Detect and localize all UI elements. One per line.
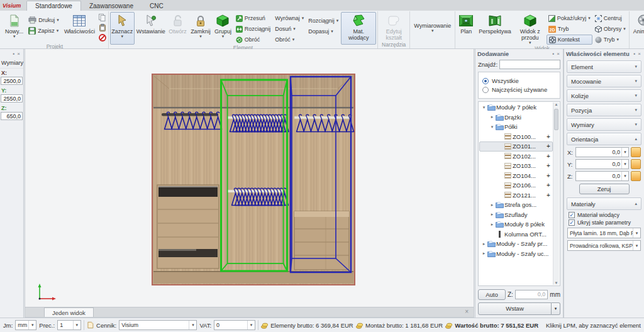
perspective-view-button[interactable]: Perspektywa [476, 12, 514, 45]
z-dim-field[interactable]: 650,0 [1, 112, 23, 120]
auto-button[interactable]: Auto [478, 289, 506, 300]
pin-icon[interactable]: ▪ [551, 51, 555, 57]
expander-icon[interactable]: ▾ [489, 124, 495, 130]
expander-icon[interactable]: ▸ [489, 114, 495, 119]
group-button[interactable]: Grupuj▾ [213, 12, 233, 45]
section-mocowanie[interactable]: Mocowanie▾ [567, 75, 641, 87]
tree-item[interactable]: ZO100...+ [479, 132, 553, 142]
add-item-icon[interactable]: + [545, 153, 552, 160]
section-wymiary[interactable]: Wymiary▾ [567, 118, 641, 131]
reset-button[interactable]: Zeruj [579, 184, 630, 194]
tree-item[interactable]: ZO102...+ [479, 152, 553, 162]
close-icon[interactable]: × [555, 51, 561, 57]
rotate-menu-button[interactable]: Obróć▾ [273, 35, 306, 45]
expander-icon[interactable]: ▸ [481, 241, 487, 246]
tree-item[interactable]: ▸Moduły - Szafy uc... [479, 249, 553, 259]
add-item-icon[interactable]: + [545, 162, 552, 169]
section-materialy[interactable]: Materiały▴ [567, 197, 641, 210]
leading-material-checkbox-row[interactable]: ✓ Materiał wiodący [569, 212, 640, 218]
render-mode-button[interactable]: Tryb▾ [593, 35, 628, 45]
tab-zaawansowane[interactable]: Zaawansowane [81, 1, 142, 11]
rotate-button[interactable]: Obróć [234, 35, 273, 45]
tab-cnc[interactable]: CNC [142, 1, 172, 11]
copy-button[interactable] [99, 13, 106, 22]
expander-icon[interactable]: ▸ [481, 251, 487, 256]
insert-dropdown-button[interactable]: ▾ [552, 302, 560, 315]
tree-scrollbar[interactable]: ▲▼ [553, 102, 559, 285]
tree-item[interactable]: ▸Szuflady [479, 210, 553, 220]
view-close-icon[interactable]: × [460, 307, 474, 317]
tree-item[interactable]: ZO121...+ [479, 191, 553, 201]
radio-most-used[interactable]: Najczęściej używane [482, 86, 556, 93]
viewport-3d[interactable] [25, 49, 474, 307]
board-material-dropdown[interactable]: Płyta lamin. 18 mm, Dąb Pradaw▾ [567, 228, 641, 238]
z-offset-input[interactable]: 0,0 [515, 290, 548, 299]
section-orientacja[interactable]: Orientacja▴ [567, 133, 641, 145]
x-rotation-combo[interactable]: 0,0▾ [575, 147, 629, 157]
precision-combo[interactable]: 1▾ [57, 320, 81, 330]
add-item-icon[interactable]: + [545, 143, 552, 150]
section-element[interactable]: Element▾ [567, 60, 641, 73]
section-kolizje[interactable]: Kolizje▾ [567, 89, 641, 102]
x-dim-field[interactable]: 2500,0 [1, 77, 23, 85]
tab-standardowe[interactable]: Standardowe [26, 1, 81, 11]
vat-combo[interactable]: 0▾ [214, 320, 255, 330]
animation-button[interactable]: Animacja [631, 12, 644, 42]
leading-material-button[interactable]: Mat. wiodący [341, 12, 376, 45]
tree-item[interactable]: ZO101...+ [479, 141, 553, 152]
expander-icon[interactable]: ▸ [489, 202, 495, 208]
tree-item[interactable]: ZO103...+ [479, 161, 553, 171]
close-icon[interactable]: × [16, 51, 21, 57]
tree-item[interactable]: ▸Moduły - Szafy pr... [479, 239, 553, 249]
tree-item[interactable]: ▸Strefa gos... [479, 200, 553, 210]
close-icon[interactable]: × [636, 51, 642, 57]
properties-button[interactable]: Właściwości [62, 12, 97, 43]
slide-material-dropdown[interactable]: Prowadnica rolkowa, KSP=12.5,▾ [567, 240, 641, 251]
tree-item[interactable]: ▸Drążki [479, 113, 553, 123]
align-button[interactable]: Wyrównaj▾ [273, 13, 306, 23]
y-rotation-combo[interactable]: 0,0▾ [575, 159, 629, 169]
hide-fixed-params-checkbox-row[interactable]: ✓ Ukryj stałe parametry [569, 219, 640, 226]
paste-button[interactable] [99, 23, 106, 32]
mode-2d-button[interactable]: 2D Tryb [547, 24, 592, 34]
tree-item[interactable]: ▾Moduły 7 półek [479, 102, 553, 113]
tree-item[interactable]: ▸Moduły 8 półek [479, 219, 553, 230]
pricelist-combo[interactable]: Visium▾ [119, 320, 197, 330]
new-button[interactable]: Nowy...▾ [3, 12, 26, 43]
show-hide-button[interactable]: Pokaż/ukryj▾ [547, 13, 592, 23]
section-pozycja[interactable]: Pozycja▾ [567, 104, 641, 116]
move-button[interactable]: Przesuń [234, 13, 273, 23]
edit-shape-button[interactable]: Edytuj kształt [379, 12, 408, 42]
center-button[interactable]: Centruj [593, 13, 628, 23]
dimensioning-button[interactable]: Wymiarowanie▾ [411, 12, 453, 42]
lock-icon[interactable] [631, 147, 641, 157]
snap-button[interactable]: Dosuń▾ [273, 24, 306, 34]
tree-item[interactable]: ▾Półki [479, 122, 553, 132]
fit-button[interactable]: Dopasuj▾ [306, 26, 340, 36]
view-tab[interactable]: Jeden widok [44, 307, 94, 317]
pin-icon[interactable]: ▪ [11, 51, 16, 57]
lock-icon[interactable] [631, 171, 641, 181]
search-input[interactable] [499, 60, 560, 69]
block-button[interactable] [99, 33, 106, 42]
pin-icon[interactable]: ▪ [632, 51, 636, 57]
tree-item[interactable]: ZO106...+ [479, 180, 553, 191]
stretch-menu-button[interactable]: Rozciągnij▾ [306, 16, 340, 26]
print-button[interactable]: Drukuj▾ [26, 15, 61, 25]
y-dim-field[interactable]: 2550,0 [1, 94, 23, 102]
insert-element-button[interactable]: Wstaw [478, 302, 552, 315]
z-rotation-combo[interactable]: 0,0▾ [575, 171, 629, 181]
open-button[interactable]: Otwórz [167, 12, 189, 45]
expander-icon[interactable]: ▾ [481, 105, 487, 110]
add-item-icon[interactable]: + [545, 182, 552, 189]
save-button[interactable]: Zapisz▾ [26, 26, 61, 36]
add-item-icon[interactable]: + [545, 192, 552, 199]
add-item-icon[interactable]: + [545, 172, 552, 179]
tree-item[interactable]: Kolumna ORT... [479, 230, 553, 240]
lock-icon[interactable] [631, 159, 641, 169]
front-view-button[interactable]: Widok z przodu▾ [514, 12, 546, 45]
insert-button[interactable]: Wstawianie [135, 12, 167, 45]
tree-item[interactable]: ZO104...+ [479, 171, 553, 181]
plan-view-button[interactable]: Plan [457, 12, 475, 45]
close-lock-button[interactable]: Zamknij▾ [189, 12, 213, 45]
